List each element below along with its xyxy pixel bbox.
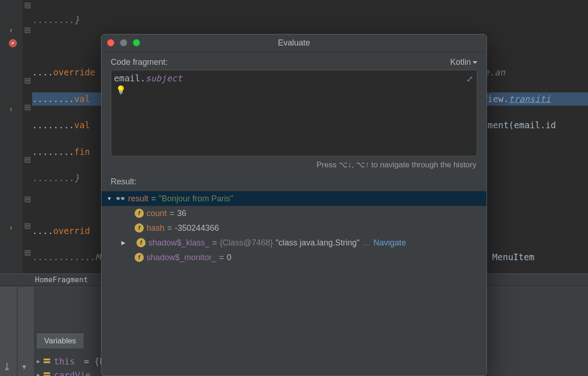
override-gutter-icon[interactable]: ⬆ [6, 223, 16, 233]
result-root-row[interactable]: ▼ 👓 result = "Bonjour from Paris" [102, 191, 486, 206]
variable-row[interactable]: ▶ cardVie [37, 369, 90, 376]
code-fragment-text: email.subject [114, 73, 182, 83]
intention-bulb-icon[interactable]: 💡 [116, 85, 126, 95]
navigate-link[interactable]: Navigate [373, 235, 406, 250]
field-icon: f [135, 223, 144, 233]
result-field-row[interactable]: f shadow$_monitor_ = 0 [102, 250, 486, 265]
chevron-down-icon [473, 61, 477, 64]
close-icon[interactable] [107, 39, 114, 46]
fold-toggle[interactable]: − [25, 223, 30, 229]
zoom-icon[interactable] [133, 39, 140, 46]
result-label: Result: [111, 177, 136, 187]
dialog-title: Evaluate [278, 38, 310, 48]
breadcrumb-item[interactable]: HomeFragment [35, 273, 88, 287]
object-icon [44, 359, 50, 364]
object-icon [44, 372, 50, 376]
expand-icon[interactable]: ▶ [37, 369, 40, 376]
result-tree[interactable]: ▼ 👓 result = "Bonjour from Paris" f coun… [102, 189, 486, 265]
fold-toggle[interactable]: − [25, 3, 30, 8]
minimize-icon[interactable] [120, 39, 127, 46]
field-icon: f [136, 238, 146, 247]
collapse-icon[interactable]: ▼ [106, 191, 113, 206]
breakpoint-icon[interactable]: ✔ [8, 39, 17, 48]
window-controls [107, 39, 140, 46]
filter-icon[interactable]: ▾ [21, 360, 27, 374]
watch-icon: 👓 [115, 191, 125, 206]
code-fragment-input[interactable]: email.subject 💡 ⤢ [111, 70, 477, 156]
override-gutter-icon[interactable]: ⬆ [6, 26, 16, 35]
result-field-row[interactable]: f count = 36 [102, 206, 486, 221]
code-line: ........} [32, 13, 588, 27]
expand-editor-icon[interactable]: ⤢ [466, 74, 473, 84]
history-hint: Press ⌥↓, ⌥↑ to navigate through the his… [102, 156, 486, 170]
fold-toggle[interactable]: − [25, 157, 30, 163]
override-gutter-icon[interactable]: ⬆ [6, 105, 16, 114]
code-fragment-label: Code fragment: [111, 57, 168, 67]
expand-icon[interactable]: ▶ [37, 355, 40, 368]
field-icon: f [135, 209, 144, 218]
evaluate-dialog: Evaluate Code fragment: Kotlin email.sub… [101, 34, 487, 376]
field-icon: f [135, 253, 144, 262]
fold-toggle[interactable]: − [25, 78, 30, 84]
fold-toggle[interactable]: − [25, 28, 30, 33]
variables-tab[interactable]: Variables [37, 334, 84, 348]
variable-row[interactable]: ▶ this = {H [37, 355, 105, 368]
step-down-icon[interactable]: ⤓ [3, 360, 11, 374]
fold-toggle[interactable]: − [25, 250, 30, 256]
result-field-row[interactable]: f hash = -350244366 [102, 221, 486, 235]
expand-icon[interactable]: ▶ [120, 235, 126, 250]
language-dropdown[interactable]: Kotlin [450, 57, 477, 67]
fold-toggle[interactable]: − [25, 105, 30, 110]
result-field-row[interactable]: ▶ f shadow$_klass_ = {Class@7468} "class… [102, 235, 486, 250]
fold-toggle[interactable]: − [25, 197, 30, 202]
dialog-titlebar[interactable]: Evaluate [102, 34, 486, 52]
